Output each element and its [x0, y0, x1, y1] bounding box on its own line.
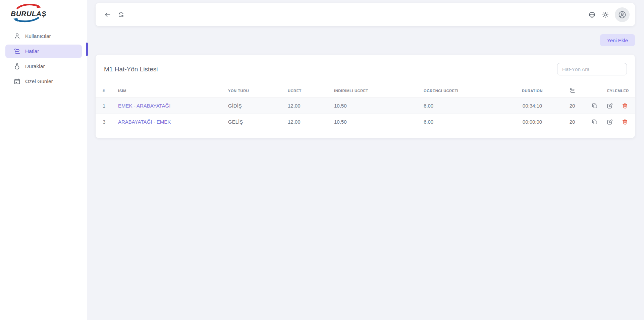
column-header-student-fare: ÖĞRENCİ ÜCRETİ	[417, 89, 504, 93]
delete-icon	[622, 103, 628, 109]
delete-button[interactable]	[622, 103, 628, 109]
row-student-fare: 6,00	[417, 119, 504, 125]
copy-button[interactable]	[591, 103, 598, 109]
route-name-link[interactable]: EMEK - ARABAYATAĞI	[111, 103, 221, 109]
row-actions	[584, 103, 635, 109]
edit-button[interactable]	[606, 103, 613, 109]
column-header-discounted-fare: İNDİRİMLİ ÜCRET	[327, 89, 417, 93]
column-header-fare: ÜCRET	[281, 89, 327, 93]
edit-button[interactable]	[606, 119, 613, 125]
route-icon	[13, 48, 21, 55]
column-header-name: İSİM	[111, 89, 221, 93]
back-arrow-icon	[104, 11, 111, 18]
sidebar-item-label: Kullanıcılar	[25, 33, 51, 39]
language-button[interactable]	[585, 8, 599, 21]
calendar-icon	[13, 78, 21, 85]
sidebar-item-hatlar[interactable]: Hatlar	[5, 45, 82, 58]
column-header-route	[560, 87, 584, 94]
row-direction: GELİŞ	[221, 119, 281, 125]
back-button[interactable]	[101, 8, 114, 21]
sidebar-item-duraklar[interactable]: Duraklar	[5, 60, 82, 73]
row-direction: GİDİŞ	[221, 103, 281, 109]
row-discounted-fare: 10,50	[327, 103, 417, 109]
copy-icon	[591, 119, 598, 125]
row-duration: 00:00:00	[504, 119, 560, 125]
copy-icon	[591, 103, 598, 109]
user-icon	[13, 33, 21, 40]
row-count: 20	[560, 119, 584, 125]
column-header-actions: EYLEMLER	[584, 89, 635, 93]
user-avatar-icon	[618, 10, 627, 19]
row-fare: 12,00	[281, 119, 327, 125]
table-header-row: # İSİM YÖN TÜRÜ ÜCRET İNDİRİMLİ ÜCRET ÖĞ…	[96, 84, 635, 98]
topbar	[96, 3, 635, 26]
globe-icon	[588, 11, 596, 18]
search-input[interactable]	[557, 63, 627, 75]
sidebar-item-label: Hatlar	[25, 48, 39, 54]
row-discounted-fare: 10,50	[327, 119, 417, 125]
active-route-indicator	[86, 43, 88, 56]
delete-icon	[622, 119, 628, 125]
page-title: M1 Hat-Yön Listesi	[104, 66, 158, 73]
column-header-direction: YÖN TÜRÜ	[221, 89, 281, 93]
route-list-card: M1 Hat-Yön Listesi # İSİM YÖN TÜRÜ ÜCRET…	[96, 55, 635, 138]
row-student-fare: 6,00	[417, 103, 504, 109]
copy-button[interactable]	[591, 119, 598, 125]
row-duration: 00:34:10	[504, 103, 560, 109]
table-row: 3 ARABAYATAĞI - EMEK GELİŞ 12,00 10,50 6…	[96, 114, 635, 130]
sidebar-item-ozel-gunler[interactable]: Özel Günler	[5, 75, 82, 88]
sidebar-nav: Kullanıcılar Hatlar Duraklar	[0, 29, 87, 88]
row-actions	[584, 119, 635, 125]
sidebar-item-label: Duraklar	[25, 63, 45, 69]
theme-toggle-button[interactable]	[599, 8, 612, 21]
route-icon	[569, 87, 576, 94]
add-new-button[interactable]: Yeni Ekle	[600, 34, 635, 46]
delete-button[interactable]	[622, 119, 628, 125]
row-num: 3	[96, 119, 111, 125]
column-header-num: #	[96, 89, 111, 93]
brand-name: BURULAŞ	[11, 10, 46, 18]
column-header-duration: DURATİON	[504, 89, 560, 93]
table-row: 1 EMEK - ARABAYATAĞI GİDİŞ 12,00 10,50 6…	[96, 98, 635, 114]
burulas-logo[interactable]: BURULAŞ	[9, 3, 46, 23]
sidebar-item-kullanicilar[interactable]: Kullanıcılar	[5, 29, 82, 43]
refresh-icon	[117, 11, 125, 18]
sidebar: BURULAŞ Kullanıcılar Hatlar	[0, 0, 87, 320]
sun-icon	[602, 11, 609, 18]
sidebar-item-label: Özel Günler	[25, 78, 53, 84]
row-count: 20	[560, 103, 584, 109]
row-num: 1	[96, 103, 111, 109]
route-name-link[interactable]: ARABAYATAĞI - EMEK	[111, 119, 221, 125]
stop-pin-icon	[13, 63, 21, 70]
user-menu-button[interactable]	[615, 7, 630, 22]
card-header: M1 Hat-Yön Listesi	[96, 55, 635, 84]
refresh-button[interactable]	[114, 8, 128, 21]
edit-icon	[606, 103, 613, 109]
row-fare: 12,00	[281, 103, 327, 109]
edit-icon	[606, 119, 613, 125]
